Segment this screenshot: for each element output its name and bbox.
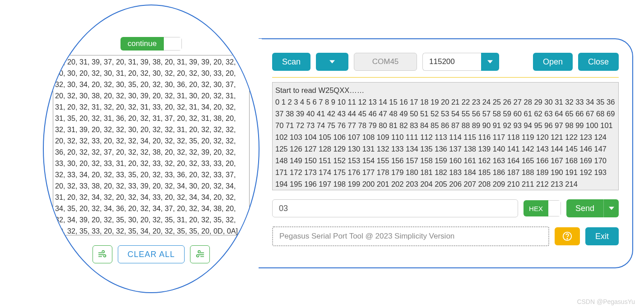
- wind-icon: [98, 250, 107, 258]
- open-button[interactable]: Open: [533, 53, 573, 71]
- send-row: HEX Send: [272, 199, 619, 217]
- flow-left-button[interactable]: [93, 245, 112, 263]
- com-port-display: COM45: [354, 53, 417, 71]
- left-buttons: CLEAR ALL: [93, 245, 209, 263]
- flow-right-button[interactable]: [190, 245, 210, 263]
- send-input[interactable]: [272, 199, 518, 217]
- wind-icon: [195, 250, 204, 258]
- send-button-group: Send: [566, 199, 619, 217]
- svg-point-1: [567, 239, 567, 239]
- help-button[interactable]: [555, 227, 580, 245]
- continue-label: continue: [120, 37, 164, 51]
- hex-dump[interactable]: 36, 20, 31, 39, 37, 20, 31, 39, 38, 20, …: [53, 55, 250, 235]
- baud-input[interactable]: [422, 53, 481, 71]
- scan-button[interactable]: Scan: [272, 53, 310, 71]
- chevron-down-icon: [329, 60, 335, 64]
- hex-toggle[interactable]: HEX: [524, 200, 561, 216]
- port-dropdown[interactable]: [316, 53, 348, 71]
- exit-button[interactable]: Exit: [585, 227, 619, 245]
- hex-toggle-on: HEX: [524, 200, 548, 216]
- baud-dropdown[interactable]: [481, 53, 499, 71]
- chevron-down-icon: [487, 60, 493, 64]
- footer-text: Pegasus Serial Port Tool @ 2023 Simplici…: [272, 226, 549, 246]
- chevron-down-icon: [609, 206, 614, 211]
- footer-row: Pegasus Serial Port Tool @ 2023 Simplici…: [272, 226, 619, 246]
- send-button[interactable]: Send: [566, 199, 603, 217]
- continue-toggle[interactable]: continue: [120, 37, 182, 51]
- watermark: CSDN @PegasusYu: [577, 298, 635, 305]
- clear-all-button[interactable]: CLEAR ALL: [118, 245, 184, 263]
- close-button[interactable]: Close: [578, 53, 619, 71]
- serial-panel: Scan COM45 Open Close Start to read W25Q…: [259, 38, 633, 268]
- question-icon: [562, 231, 572, 241]
- serial-output[interactable]: Start to read W25QXX…… 0 1 2 3 4 5 6 7 8…: [272, 82, 619, 190]
- baud-select[interactable]: [422, 53, 499, 71]
- divider: [272, 77, 619, 78]
- send-dropdown[interactable]: [603, 199, 619, 217]
- continue-toggle-off: [164, 37, 182, 51]
- toolbar: Scan COM45 Open Close: [272, 53, 619, 71]
- left-bubble: continue 36, 20, 31, 39, 37, 20, 31, 39,…: [43, 5, 259, 293]
- app-root: Scan COM45 Open Close Start to read W25Q…: [5, 5, 636, 293]
- hex-toggle-off: [548, 200, 561, 216]
